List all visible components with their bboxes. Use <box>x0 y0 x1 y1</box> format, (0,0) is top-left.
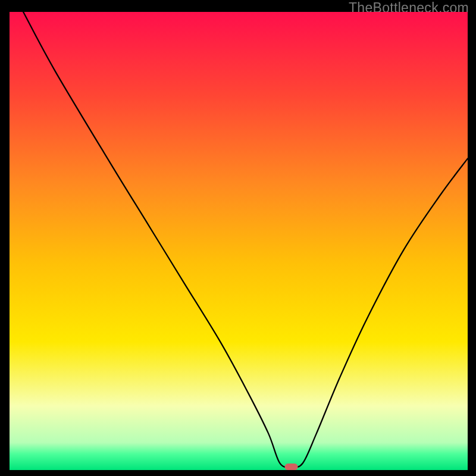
bottleneck-chart <box>10 12 468 470</box>
chart-frame <box>10 12 468 470</box>
chart-background <box>10 12 468 470</box>
svg-rect-0 <box>285 464 298 470</box>
optimal-marker <box>285 464 298 470</box>
